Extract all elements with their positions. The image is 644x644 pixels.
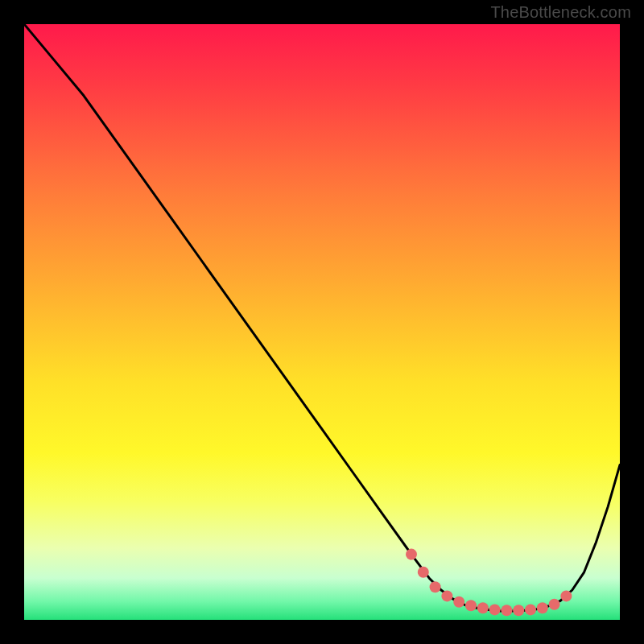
marker-point xyxy=(441,590,452,601)
plot-area xyxy=(24,24,620,620)
bottleneck-curve xyxy=(24,24,620,620)
marker-point xyxy=(453,597,464,608)
marker-point xyxy=(406,549,417,560)
attribution-text: TheBottleneck.com xyxy=(490,3,631,22)
marker-point xyxy=(513,605,524,616)
chart-frame: TheBottleneck.com xyxy=(0,0,644,644)
curve-path xyxy=(24,24,620,611)
marker-point xyxy=(525,604,536,615)
marker-point xyxy=(418,567,429,578)
marker-point xyxy=(465,600,477,611)
marker-point xyxy=(430,581,441,592)
marker-point xyxy=(560,590,572,601)
marker-point xyxy=(489,604,501,615)
marker-point xyxy=(537,602,548,613)
marker-point xyxy=(477,602,489,613)
marker-point xyxy=(549,599,560,610)
marker-point xyxy=(501,605,512,616)
